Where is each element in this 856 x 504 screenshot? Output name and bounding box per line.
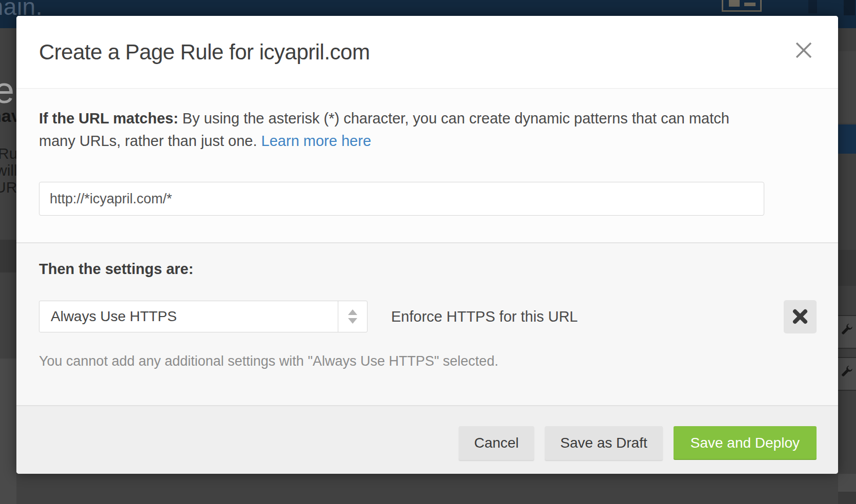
background-table-header-fragment bbox=[0, 240, 16, 272]
setting-description: Enforce HTTPS for this URL bbox=[391, 308, 578, 325]
topbar-partial-icon bbox=[808, 0, 817, 13]
setting-select-value: Always Use HTTPS bbox=[39, 308, 338, 325]
background-text-fragment: Ru bbox=[0, 145, 16, 162]
url-match-description: If the URL matches: By using the asteris… bbox=[39, 89, 765, 152]
background-nav-fragment: nav bbox=[0, 106, 16, 126]
settings-note: You cannot add any additional settings w… bbox=[39, 353, 817, 369]
background-table-header-fragment bbox=[838, 250, 856, 286]
background-overlay-bottom bbox=[16, 474, 838, 504]
url-match-section: If the URL matches: By using the asteris… bbox=[16, 89, 838, 242]
close-icon bbox=[795, 41, 812, 59]
background-wrench-button bbox=[838, 357, 856, 391]
background-heading-fragment: e bbox=[0, 69, 14, 111]
save-and-deploy-button[interactable]: Save and Deploy bbox=[674, 426, 817, 460]
layout-icon bbox=[722, 0, 762, 12]
background-panel-fragment bbox=[838, 51, 856, 123]
setting-select[interactable]: Always Use HTTPS bbox=[39, 301, 368, 332]
learn-more-link[interactable]: Learn more here bbox=[261, 133, 371, 149]
background-text-fragment: will bbox=[0, 162, 16, 179]
background-panel-fragment bbox=[0, 359, 16, 504]
save-as-draft-button[interactable]: Save as Draft bbox=[545, 426, 663, 460]
background-page-right-edge bbox=[838, 28, 856, 504]
cancel-button[interactable]: Cancel bbox=[459, 426, 534, 460]
background-panel-fragment bbox=[838, 474, 856, 492]
background-page-left-edge: e nav Ru will UR bbox=[0, 28, 16, 504]
wrench-icon bbox=[840, 323, 853, 337]
remove-x-icon bbox=[792, 308, 808, 325]
settings-heading: Then the settings are: bbox=[39, 243, 817, 278]
background-text-fragment: UR bbox=[0, 179, 16, 196]
modal-title: Create a Page Rule for icyapril.com bbox=[39, 16, 370, 89]
background-blue-button-fragment bbox=[838, 124, 856, 154]
select-spinner-icon bbox=[338, 301, 367, 332]
modal-header: Create a Page Rule for icyapril.com bbox=[16, 16, 838, 89]
create-page-rule-modal: Create a Page Rule for icyapril.com If t… bbox=[16, 16, 838, 474]
url-match-label: If the URL matches: bbox=[39, 110, 178, 127]
close-button[interactable] bbox=[795, 41, 812, 59]
wrench-icon bbox=[840, 365, 853, 379]
url-pattern-input[interactable] bbox=[39, 182, 764, 216]
modal-footer: Cancel Save as Draft Save and Deploy bbox=[16, 405, 838, 474]
background-panel-fragment bbox=[838, 492, 856, 504]
background-wrench-button bbox=[838, 315, 856, 349]
setting-row: Always Use HTTPS Enforce HTTPS for this … bbox=[39, 300, 817, 333]
settings-section: Then the settings are: Always Use HTTPS … bbox=[16, 243, 838, 405]
topbar-corner-icon bbox=[844, 0, 855, 15]
remove-setting-button[interactable] bbox=[784, 300, 817, 333]
